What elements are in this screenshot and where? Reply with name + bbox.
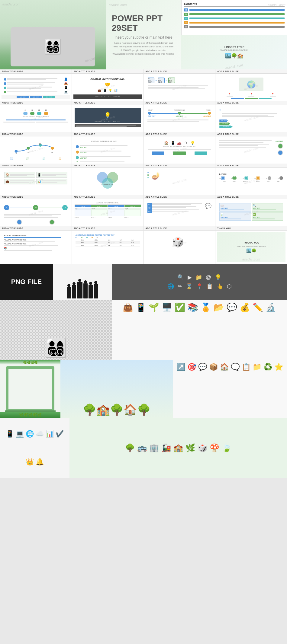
location-icon: 📍 [196, 283, 203, 290]
icon-asset-book: 📚 [188, 302, 198, 312]
slide-mini-6-2: ADD TEXT ADD TEXT ADD TEXT ADD TEXT ADD … [73, 232, 142, 256]
grass-top: 🌿🌿🌿🌿 [0, 360, 60, 365]
thankyou-subtitle: Insert your subtitle or main text here [237, 245, 266, 247]
asset-school: 🏫 [173, 443, 183, 453]
slide-content-thankyou: THANK YOU Insert your subtitle or main t… [215, 231, 287, 264]
svg-text:01: 01 [15, 153, 17, 154]
slide-header-6-3: ADD A TITLE SLIDE [144, 226, 215, 231]
slide-mini-1-3: 0.1ADD TEXT → 0.2ADD TEXT → 0.3ADD TEXT [145, 75, 214, 99]
watermark-hero: asadal .com [109, 3, 127, 7]
asset-phone: 📱 [6, 430, 14, 438]
icons-dark-box: 🔍 ▶ 📁 @ 💡 🌐 ✏ ⌛ 📍 📋 👆 ⬡ [112, 264, 287, 300]
slide-content-4-1: 🏠 📱 [0, 168, 72, 195]
slide-1-2: ADD A TITLE SLIDE ASADAL INTERPRISE INC.… [72, 69, 144, 101]
hero-title: POWER PPT 29SET [112, 14, 175, 33]
slide-content-1-3: 0.1ADD TEXT → 0.2ADD TEXT → 0.3ADD TEXT … [144, 74, 215, 101]
slide-row-3: ADD A TITLE SLIDE 01 02 03 [0, 132, 287, 164]
contents-item-1: 01 [184, 8, 285, 11]
slide-header-3-4: ADD A TITLE SLIDE [215, 132, 287, 136]
slide-4-1: ADD A TITLE SLIDE 🏠 📱 [0, 164, 72, 195]
asset-folder2: 📁 [253, 363, 262, 371]
asset-leaf: 🍃 [222, 443, 231, 453]
slide-2-3: ADD A TITLE SLIDE START PROGRESSING FINI… [144, 101, 215, 132]
asset-cube: 🎲 [198, 443, 207, 453]
contents-slide: Contents 01 02 03 04 05 [181, 0, 287, 35]
slide-mini-5-3: 01 02 03 [145, 201, 214, 225]
slide-mini-5-2: ASADAL INTERPRISE INC. STEP A step 1 STE… [73, 201, 142, 225]
children-illustration [11, 27, 95, 66]
slide-header-4-3: ADD A TITLE SLIDE [144, 164, 215, 168]
slide-mini-4-3: 01 02 [145, 169, 214, 193]
icons-row-1: 🔍 ▶ 📁 @ 💡 [177, 274, 221, 281]
slide-header-2-1: ADD A TITLE SLIDE [0, 101, 72, 105]
slide-mini-2-2: 💡 ADD TEXT ADD TEXT ADD TEXT [73, 107, 142, 131]
asset-check2: ✔️ [56, 430, 64, 438]
slide-header-1-2: ADD A TITLE SLIDE [72, 69, 144, 74]
asset-train: 🚂 [161, 443, 171, 453]
slide-row-6: ADD A TITLE SLIDE ASADAL INTERPRISE INC.… [0, 226, 287, 264]
city-scene-panel: 🌳🏫🌳🏠🌳 [60, 360, 173, 418]
slide-thankyou: THANK YOU THANK YOU Insert your subtitle… [215, 226, 287, 264]
slide-2-1: ADD A TITLE SLIDE 01 ADD TEXT 02 ADD [0, 101, 72, 132]
slide-content-1-4: 📍 📍 📍 [215, 74, 287, 101]
slide-mini-6-1: ASADAL INTERPRISE INC. ASADAL INTERPRISE… [2, 232, 70, 256]
slide-mini-2-4: " ADD TEXT ADD TEXT [217, 107, 285, 131]
insert-title-text: I, INSERT TITLE [224, 46, 244, 49]
slide-content-6-3: 🎲 asadal .com [144, 231, 215, 258]
asset-mushroom: 🍄 [210, 443, 219, 453]
slide-2-4: ADD A TITLE SLIDE " ADD TEXT [215, 101, 287, 132]
slide-row-4: ADD A TITLE SLIDE 🏠 📱 [0, 164, 287, 195]
icon-asset-folder: 📂 [214, 302, 224, 312]
asset-chart2: 📊 [46, 430, 54, 438]
watermark-insert: asadal .com [225, 63, 243, 70]
slide-content-3-2: ASADAL INTERPRISE INC. ........... 1. AD… [72, 136, 144, 164]
svg-text:04: 04 [51, 151, 53, 153]
svg-text:02: 02 [27, 151, 29, 153]
timeline-svg: 01 02 03 04 [4, 142, 68, 154]
hero-description: Asadal has been serving one of the large… [112, 41, 175, 56]
hero-section: asadal .com asadal .com POWER PPT 29SET … [0, 0, 287, 69]
asset-recycle: ♻️ [263, 363, 272, 371]
slide-content-6-1: ASADAL INTERPRISE INC. ASADAL INTERPRISE… [0, 231, 72, 258]
slide-content-5-3: 01 02 03 [144, 199, 215, 226]
slide-header-4-4: ADD A TITLE SLIDE [215, 164, 287, 168]
slide-5-2: ADD A TITLE SLIDE ASADAL INTERPRISE INC.… [72, 195, 144, 226]
city-illustration: 🏙️🌳🏫 [225, 53, 243, 59]
slide-4-3: ADD A TITLE SLIDE 01 [144, 164, 215, 195]
slide-header-3-2: ADD A TITLE SLIDE [72, 132, 144, 136]
png-label-text: PNG FILE [11, 278, 42, 286]
slide-header-2-4: ADD A TITLE SLIDE [215, 101, 287, 105]
svg-text:03: 03 [39, 143, 41, 145]
slide-mini-2-1: 01 ADD TEXT 02 ADD TEXT 03 ADD TE [2, 107, 70, 131]
slide-3-3: ADD A TITLE SLIDE 🏠 ADD TEXT 📱 ADD TEXT [144, 132, 215, 164]
slide-row-1: ADD A TITLE SLIDE 👤 [0, 69, 287, 101]
icon-asset-tablet: 📱 [136, 302, 146, 312]
slide-mini-3-3: 🏠 ADD TEXT 📱 ADD TEXT 🚗 ADD TEXT ✈ [145, 138, 214, 162]
slide-content-6-2: ADD TEXT ADD TEXT ADD TEXT ADD TEXT ADD … [72, 231, 144, 258]
slide-mini-4-1: 🏠 📱 [2, 169, 70, 193]
hero-center-panel: POWER PPT 29SET Insert your subtitle or … [106, 0, 181, 69]
asset-chat: 💬 [198, 363, 207, 371]
hero-subtitle: Insert your subtitle or main text here [114, 35, 172, 40]
children-large-panel: 👨‍👩‍👧‍👦 [0, 300, 112, 360]
slide-header-4-1: ADD A TITLE SLIDE [0, 164, 72, 168]
asset-park: 🌿 [185, 443, 195, 453]
slide-header-6-1: ADD A TITLE SLIDE [0, 226, 72, 231]
icon-asset-write: ✏️ [253, 302, 263, 312]
frame-panel: 🌿🌿🌿🌿🌿 🌿🌿🌿🌿 [0, 360, 60, 418]
slide-header-1-3: ADD A TITLE SLIDE [144, 69, 215, 74]
slide-header-5-3: ADD A TITLE SLIDE [144, 195, 215, 199]
icon-asset-monitor: 🖥️ [162, 302, 172, 312]
cursor-icon: 👆 [217, 283, 223, 290]
slide-content-3-4: ADD TEXT asadal .com [215, 136, 287, 164]
folder-icon: 📁 [195, 274, 202, 281]
slide-mini-3-4: ADD TEXT [217, 138, 285, 162]
slide-1-1: ADD A TITLE SLIDE 👤 [0, 69, 72, 101]
png-row-3: 🌿🌿🌿🌿🌿 🌿🌿🌿🌿 🌳🏫🌳🏠🌳 ↗️ 🎯 💬 📦 🏠 🗨️ 📋 [0, 360, 287, 418]
icon-asset-check: ✅ [175, 302, 185, 312]
icon-asset-plant: 🌱 [149, 302, 159, 312]
icon-asset-medal: 🏅 [201, 302, 211, 312]
slide-mini-2-3: START PROGRESSING FINISH ADD TE [145, 107, 214, 131]
slide-5-3: ADD A TITLE SLIDE 01 02 03 [144, 195, 215, 226]
slide-header-6-2: ADD A TITLE SLIDE [72, 226, 144, 231]
